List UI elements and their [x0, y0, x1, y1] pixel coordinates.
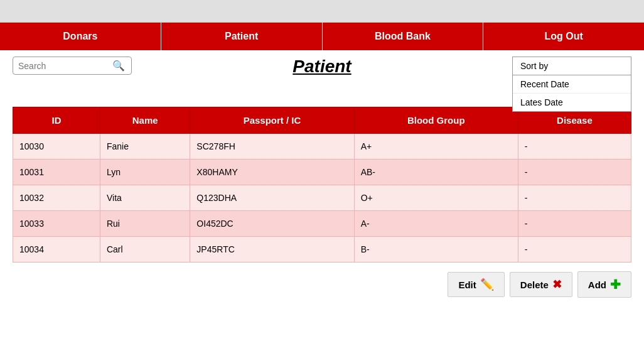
cell-id: 10034: [13, 237, 100, 263]
cell-id: 10031: [13, 160, 100, 185]
toolbar: 🔍 Patient Sort by ▼ Recent Date Lates Da…: [0, 50, 644, 107]
cell-disease: -: [518, 160, 631, 185]
cell-disease: -: [518, 237, 631, 263]
table-row[interactable]: 10032VitaQ123DHAO+-: [13, 185, 631, 211]
col-name: Name: [100, 107, 190, 134]
col-id: ID: [13, 107, 100, 134]
search-input[interactable]: [18, 61, 112, 71]
cell-disease: -: [518, 134, 631, 160]
nav-log-out[interactable]: Log Out: [483, 23, 644, 50]
page-title: Patient: [292, 57, 351, 77]
cell-disease: -: [518, 211, 631, 237]
x-icon: ✖: [552, 278, 562, 291]
sort-by-label: Sort by: [520, 61, 548, 71]
table-body: 10030FanieSC278FHA+-10031LynX80HAMYAB--1…: [13, 134, 631, 263]
sort-dropdown: Recent Date Lates Date: [512, 75, 631, 112]
cell-disease: -: [518, 185, 631, 211]
nav-patient[interactable]: Patient: [161, 23, 323, 50]
cell-name: Rui: [100, 211, 190, 237]
table-container: ID Name Passport / IC Blood Group Diseas…: [0, 107, 644, 263]
sort-option-latest[interactable]: Lates Date: [513, 94, 631, 111]
table-row[interactable]: 10030FanieSC278FHA+-: [13, 134, 631, 160]
cell-passport: OI452DC: [190, 211, 354, 237]
cell-bloodGroup: O+: [354, 185, 518, 211]
cell-passport: JP45RTC: [190, 237, 354, 263]
funnel-icon: ▼: [614, 61, 623, 71]
cell-name: Lyn: [100, 160, 190, 185]
col-blood-group: Blood Group: [354, 107, 518, 134]
cell-id: 10033: [13, 211, 100, 237]
cell-name: Fanie: [100, 134, 190, 160]
cell-bloodGroup: B-: [354, 237, 518, 263]
cell-name: Carl: [100, 237, 190, 263]
search-box[interactable]: 🔍: [13, 57, 132, 75]
cell-name: Vita: [100, 185, 190, 211]
sort-by-button[interactable]: Sort by ▼: [512, 57, 631, 75]
action-bar: Edit ✏️ Delete ✖ Add ✚: [0, 263, 644, 306]
cell-passport: Q123DHA: [190, 185, 354, 211]
search-icon: 🔍: [112, 60, 125, 72]
patient-table: ID Name Passport / IC Blood Group Diseas…: [13, 107, 631, 263]
nav-donars[interactable]: Donars: [0, 23, 161, 50]
sort-container: Sort by ▼ Recent Date Lates Date: [512, 57, 631, 75]
table-row[interactable]: 10034CarlJP45RTCB--: [13, 237, 631, 263]
cell-bloodGroup: A-: [354, 211, 518, 237]
cell-bloodGroup: A+: [354, 134, 518, 160]
cell-passport: SC278FH: [190, 134, 354, 160]
add-label: Add: [588, 279, 606, 290]
cell-passport: X80HAMY: [190, 160, 354, 185]
cell-id: 10032: [13, 185, 100, 211]
nav-blood-bank[interactable]: Blood Bank: [323, 23, 484, 50]
delete-label: Delete: [520, 279, 549, 290]
sort-option-recent[interactable]: Recent Date: [513, 75, 631, 94]
edit-label: Edit: [458, 279, 476, 290]
plus-icon: ✚: [610, 277, 621, 292]
top-bar: [0, 0, 644, 23]
add-button[interactable]: Add ✚: [577, 271, 631, 298]
cell-bloodGroup: AB-: [354, 160, 518, 185]
table-row[interactable]: 10031LynX80HAMYAB--: [13, 160, 631, 185]
col-passport: Passport / IC: [190, 107, 354, 134]
cell-id: 10030: [13, 134, 100, 160]
delete-button[interactable]: Delete ✖: [510, 272, 572, 297]
edit-button[interactable]: Edit ✏️: [448, 272, 504, 297]
nav-bar: Donars Patient Blood Bank Log Out: [0, 23, 644, 50]
pencil-icon: ✏️: [480, 278, 494, 291]
table-row[interactable]: 10033RuiOI452DCA--: [13, 211, 631, 237]
